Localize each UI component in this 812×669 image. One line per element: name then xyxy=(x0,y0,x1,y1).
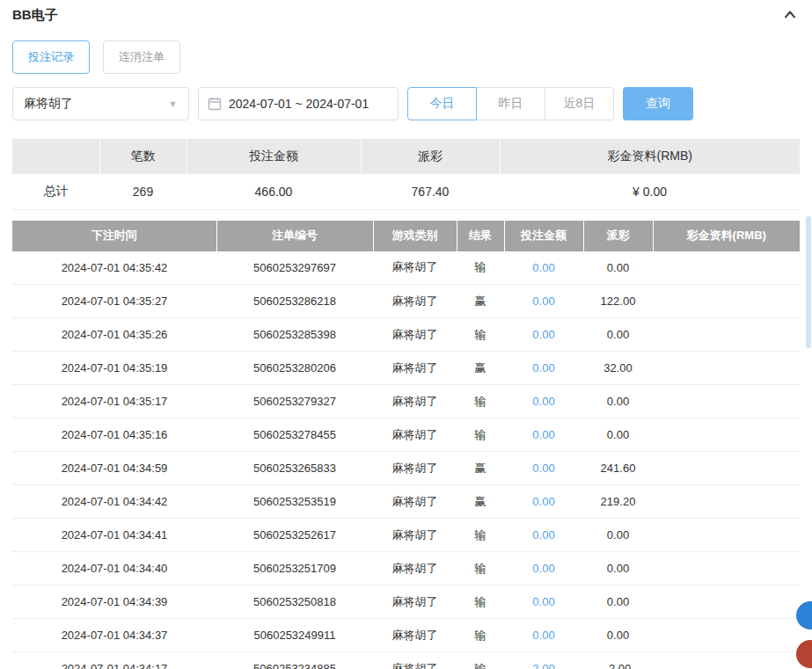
table-row: 2024-07-01 04:34:41 5060253252617 麻将胡了 输… xyxy=(12,519,800,552)
cell-bet-time: 2024-07-01 04:35:27 xyxy=(12,285,216,318)
cell-payout: 0.00 xyxy=(583,552,653,585)
cell-payout: 0.00 xyxy=(583,251,653,285)
panel-header: BB电子 xyxy=(12,0,800,25)
cell-bet-amount[interactable]: 0.00 xyxy=(532,261,554,274)
header-bet-time: 下注时间 xyxy=(12,221,216,251)
summary-header-row: 笔数 投注金额 派彩 彩金资料(RMB) xyxy=(12,139,800,174)
cell-bet-amount[interactable]: 0.00 xyxy=(532,328,554,341)
cell-bet-amount[interactable]: 0.00 xyxy=(532,428,554,441)
cell-bet-amount[interactable]: 0.00 xyxy=(532,562,554,575)
summary-header-empty xyxy=(12,139,99,174)
cell-bet-amount[interactable]: 0.00 xyxy=(532,462,554,475)
quick-range-today[interactable]: 今日 xyxy=(407,87,477,120)
quick-range-yesterday[interactable]: 昨日 xyxy=(476,87,545,120)
cell-game-type: 麻将胡了 xyxy=(373,318,457,352)
header-bonus: 彩金资料(RMB) xyxy=(653,221,800,251)
quick-range-last8days[interactable]: 近8日 xyxy=(545,87,614,120)
chevron-down-icon: ▼ xyxy=(168,98,178,109)
cell-payout: 122.00 xyxy=(583,285,653,318)
header-result: 结果 xyxy=(457,221,504,251)
cell-bonus xyxy=(653,251,800,285)
table-row: 2024-07-01 04:35:19 5060253280206 麻将胡了 赢… xyxy=(12,352,800,385)
cell-bonus xyxy=(653,385,800,418)
cell-bet-amount[interactable]: 2.00 xyxy=(532,662,554,669)
cell-game-type: 麻将胡了 xyxy=(373,485,457,519)
cell-game-type: 麻将胡了 xyxy=(373,519,457,552)
game-select-value: 麻将胡了 xyxy=(24,96,73,112)
quick-range-group: 今日 昨日 近8日 xyxy=(407,87,614,120)
cell-game-type: 麻将胡了 xyxy=(373,418,457,452)
filter-bar: 麻将胡了 ▼ 2024-07-01 ~ 2024-07-01 今日 昨日 近8日… xyxy=(12,87,800,120)
cell-order-no: 5060253253519 xyxy=(216,485,373,519)
table-row: 2024-07-01 04:35:16 5060253278455 麻将胡了 输… xyxy=(12,418,800,452)
table-row: 2024-07-01 04:34:39 5060253250818 麻将胡了 输… xyxy=(12,585,800,619)
cell-result: 输 xyxy=(457,585,504,619)
cell-bonus xyxy=(653,285,800,318)
table-row: 2024-07-01 04:35:17 5060253279327 麻将胡了 输… xyxy=(12,385,800,418)
cell-bet-amount[interactable]: 0.00 xyxy=(532,629,554,642)
cell-bet-amount[interactable]: 0.00 xyxy=(532,295,554,308)
cell-bet-amount[interactable]: 0.00 xyxy=(532,595,554,608)
cell-result: 输 xyxy=(457,652,504,669)
cell-bet-amount[interactable]: 0.00 xyxy=(532,495,554,508)
cell-payout: 0.00 xyxy=(583,519,653,552)
bet-records-table: 下注时间 注单编号 游戏类别 结果 投注金额 派彩 彩金资料(RMB) 2024… xyxy=(12,221,800,669)
summary-header-count: 笔数 xyxy=(99,139,187,174)
cell-bonus xyxy=(653,485,800,519)
cell-bet-time: 2024-07-01 04:35:26 xyxy=(12,318,216,352)
cell-result: 赢 xyxy=(457,352,504,385)
cell-game-type: 麻将胡了 xyxy=(373,285,457,318)
cell-payout: 0.00 xyxy=(583,619,653,652)
scrollbar-thumb[interactable] xyxy=(806,216,811,348)
game-select[interactable]: 麻将胡了 ▼ xyxy=(12,87,189,120)
table-row: 2024-07-01 04:34:59 5060253265833 麻将胡了 赢… xyxy=(12,452,800,485)
cell-game-type: 麻将胡了 xyxy=(373,585,457,619)
cell-game-type: 麻将胡了 xyxy=(373,452,457,485)
cell-bonus xyxy=(653,452,800,485)
cell-bonus xyxy=(653,352,800,385)
cell-result: 输 xyxy=(457,251,504,285)
cell-bet-time: 2024-07-01 04:34:40 xyxy=(12,552,216,585)
cell-result: 输 xyxy=(457,519,504,552)
page-title: BB电子 xyxy=(12,7,58,24)
cell-result: 输 xyxy=(457,619,504,652)
cell-result: 输 xyxy=(457,318,504,352)
tab-cancelled-bets[interactable]: 连消注单 xyxy=(103,40,180,74)
cell-order-no: 5060253279327 xyxy=(216,385,373,418)
cell-payout: -2.00 xyxy=(583,652,653,669)
table-row: 2024-07-01 04:35:26 5060253285398 麻将胡了 输… xyxy=(12,318,800,352)
cell-order-no: 5060253234885 xyxy=(216,652,373,669)
cell-bet-amount[interactable]: 0.00 xyxy=(532,528,554,542)
cell-order-no: 5060253280206 xyxy=(216,352,373,385)
date-range-picker[interactable]: 2024-07-01 ~ 2024-07-01 xyxy=(198,87,399,120)
cell-bet-time: 2024-07-01 04:35:16 xyxy=(12,418,216,452)
cell-order-no: 5060253297697 xyxy=(216,251,373,285)
cell-result: 输 xyxy=(457,418,504,452)
cell-bet-amount[interactable]: 0.00 xyxy=(532,395,554,408)
cell-bet-time: 2024-07-01 04:34:39 xyxy=(12,585,216,619)
chevron-up-icon xyxy=(782,12,798,25)
cell-payout: 0.00 xyxy=(583,318,653,352)
table-row: 2024-07-01 04:34:42 5060253253519 麻将胡了 赢… xyxy=(12,485,800,519)
bet-table-body: 2024-07-01 04:35:42 5060253297697 麻将胡了 输… xyxy=(12,251,800,669)
betting-records-panel: BB电子 投注记录 连消注单 麻将胡了 ▼ 2024-07-01 ~ 2024-… xyxy=(0,0,812,669)
tab-bet-records[interactable]: 投注记录 xyxy=(12,40,90,74)
table-row: 2024-07-01 04:34:37 5060253249911 麻将胡了 输… xyxy=(12,619,800,652)
table-row: 2024-07-01 04:35:42 5060253297697 麻将胡了 输… xyxy=(12,251,800,285)
collapse-panel-button[interactable] xyxy=(780,5,800,25)
cell-order-no: 5060253285398 xyxy=(216,318,373,352)
cell-order-no: 5060253252617 xyxy=(216,519,373,552)
summary-header-payout: 派彩 xyxy=(361,139,500,174)
cell-order-no: 5060253250818 xyxy=(216,585,373,619)
cell-game-type: 麻将胡了 xyxy=(373,652,457,669)
cell-bonus xyxy=(653,318,800,352)
cell-bet-amount[interactable]: 0.00 xyxy=(532,361,554,374)
search-button[interactable]: 查询 xyxy=(623,87,693,120)
table-row: 2024-07-01 04:34:17 5060253234885 麻将胡了 输… xyxy=(12,652,800,669)
cell-bet-time: 2024-07-01 04:35:17 xyxy=(12,385,216,418)
cell-bet-time: 2024-07-01 04:34:41 xyxy=(12,519,216,552)
cell-bonus xyxy=(653,519,800,552)
cell-order-no: 5060253286218 xyxy=(216,285,373,318)
cell-payout: 0.00 xyxy=(583,585,653,619)
header-bet-amount: 投注金额 xyxy=(504,221,583,251)
